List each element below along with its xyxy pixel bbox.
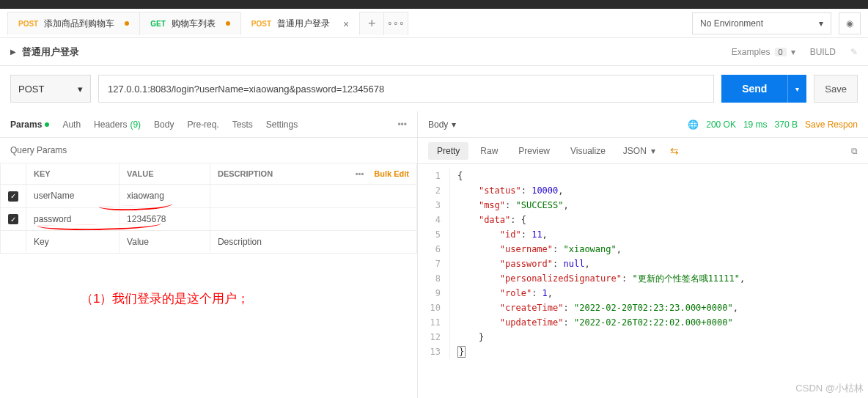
response-code[interactable]: 1{2 "status": 10000,3 "msg": "SUCCESS",4… xyxy=(418,164,868,364)
tab-settings[interactable]: Settings xyxy=(266,119,298,130)
code-line: 11 "updateTime": "2022-02-26T02:22:02.00… xyxy=(418,315,868,330)
tab-tests[interactable]: Tests xyxy=(232,119,253,130)
params-modified-dot xyxy=(45,122,49,127)
checkbox-icon[interactable]: ✓ xyxy=(8,191,18,202)
code-content: } xyxy=(457,344,466,359)
code-content: "role": 1, xyxy=(457,286,553,301)
request-tabs: Params Auth Headers (9) Body Pre-req. Te… xyxy=(0,111,417,138)
code-line: 6 "username": "xiaowang", xyxy=(418,242,868,257)
param-key-placeholder[interactable]: Key xyxy=(26,231,119,254)
param-key[interactable]: userName xyxy=(26,185,119,208)
code-line: 4 "data": { xyxy=(418,213,868,227)
request-pane: Params Auth Headers (9) Body Pre-req. Te… xyxy=(0,111,418,398)
view-visualize[interactable]: Visualize xyxy=(562,142,614,160)
method-badge: POST xyxy=(18,20,38,28)
line-number: 9 xyxy=(418,286,450,301)
annotation-text: （1）我们登录的是这个用户； xyxy=(0,254,417,307)
more-icon[interactable]: ••• xyxy=(397,119,407,130)
response-toolbar: Pretty Raw Preview Visualize JSON ▾ ⇆ ⧉ xyxy=(418,138,868,164)
code-content: "personalizedSignature": "更新的个性签名哦11111"… xyxy=(457,271,745,286)
wrap-lines-icon[interactable]: ⇆ xyxy=(670,145,679,157)
code-content: "username": "xiaowang", xyxy=(457,242,622,257)
line-number: 7 xyxy=(418,257,450,271)
edit-icon[interactable]: ✎ xyxy=(850,47,858,57)
tab-body[interactable]: Body xyxy=(154,119,174,130)
request-tab[interactable]: POST添加商品到购物车 xyxy=(7,12,140,35)
param-desc-placeholder[interactable]: Description xyxy=(210,231,416,254)
code-line: 9 "role": 1, xyxy=(418,286,868,301)
tab-headers[interactable]: Headers (9) xyxy=(94,119,141,130)
preview-environment-button[interactable]: ◉ xyxy=(839,12,861,34)
environment-area: No Environment ▾ ◉ xyxy=(685,9,868,37)
query-params-header: Query Params xyxy=(0,138,417,163)
table-row[interactable]: ✓ userName xiaowang xyxy=(1,185,417,208)
response-pane: Body ▾ 🌐 200 OK 19 ms 370 B Save Respon … xyxy=(418,111,868,398)
chevron-down-icon: ▾ xyxy=(452,119,456,130)
send-button-group: Send ▾ xyxy=(721,75,806,103)
response-time: 19 ms xyxy=(743,119,768,130)
line-number: 8 xyxy=(418,271,450,286)
code-content: } xyxy=(457,330,484,344)
line-number: 12 xyxy=(418,330,450,344)
app-titlebar xyxy=(0,0,868,9)
bulk-edit-link[interactable]: Bulk Edit xyxy=(374,169,409,178)
code-line: 1{ xyxy=(418,169,868,183)
unsaved-dot xyxy=(226,21,230,26)
code-line: 5 "id": 11, xyxy=(418,227,868,242)
method-select[interactable]: POST ▾ xyxy=(10,75,91,103)
code-line: 12 } xyxy=(418,330,868,344)
table-row-new[interactable]: Key Value Description xyxy=(1,231,417,254)
send-dropdown[interactable]: ▾ xyxy=(787,75,806,103)
format-select[interactable]: JSON ▾ xyxy=(617,146,661,156)
examples-count: 0 xyxy=(775,48,787,56)
save-button[interactable]: Save xyxy=(814,75,858,103)
tab-label: 购物车列表 xyxy=(172,18,216,30)
chevron-down-icon: ▾ xyxy=(651,146,655,156)
new-tab-button[interactable]: + xyxy=(359,12,384,35)
request-tab[interactable]: POST普通用户登录× xyxy=(240,12,360,35)
code-line: 13} xyxy=(418,344,868,359)
code-line: 7 "password": null, xyxy=(418,257,868,271)
request-title-row: ▶ 普通用户登录 Examples 0 ▾ BUILD ✎ xyxy=(0,38,868,66)
url-bar-row: POST ▾ Send ▾ Save xyxy=(0,66,868,111)
line-number: 13 xyxy=(418,344,450,359)
code-content: "data": { xyxy=(457,213,526,227)
method-badge: GET xyxy=(150,20,166,28)
param-desc[interactable] xyxy=(210,207,416,231)
tabs-overflow-button[interactable]: ∘∘∘ xyxy=(383,12,408,35)
tab-label: 添加商品到购物车 xyxy=(44,18,114,30)
view-raw[interactable]: Raw xyxy=(471,142,507,160)
param-value-placeholder[interactable]: Value xyxy=(119,231,210,254)
line-number: 4 xyxy=(418,213,450,227)
checkbox-icon[interactable]: ✓ xyxy=(8,214,18,224)
request-tab[interactable]: GET购物车列表 xyxy=(139,12,241,35)
response-body-tab[interactable]: Body ▾ xyxy=(428,119,456,130)
params-table: KEY VALUE DESCRIPTION ••• Bulk Edit ✓ us xyxy=(0,163,417,254)
globe-icon[interactable]: 🌐 xyxy=(688,119,699,130)
header-row: POST添加商品到购物车GET购物车列表POST普通用户登录×+∘∘∘ No E… xyxy=(0,9,868,38)
code-content: "status": 10000, xyxy=(457,183,564,198)
param-desc[interactable] xyxy=(210,185,416,208)
close-icon[interactable]: × xyxy=(343,18,349,30)
more-icon[interactable]: ••• xyxy=(356,169,364,178)
code-content: "id": 11, xyxy=(457,227,548,242)
col-desc: DESCRIPTION ••• Bulk Edit xyxy=(210,163,416,185)
chevron-down-icon: ▾ xyxy=(78,84,83,95)
send-button[interactable]: Send xyxy=(721,75,787,103)
eye-icon: ◉ xyxy=(846,18,853,29)
tab-params[interactable]: Params xyxy=(10,119,49,130)
tab-auth[interactable]: Auth xyxy=(62,119,81,130)
collapse-icon[interactable]: ▶ xyxy=(10,48,16,56)
url-input[interactable] xyxy=(98,75,714,103)
view-pretty[interactable]: Pretty xyxy=(428,142,468,160)
line-number: 5 xyxy=(418,227,450,242)
code-line: 8 "personalizedSignature": "更新的个性签名哦1111… xyxy=(418,271,868,286)
save-response-link[interactable]: Save Respon xyxy=(805,119,858,130)
tab-prereq[interactable]: Pre-req. xyxy=(187,119,218,130)
view-preview[interactable]: Preview xyxy=(510,142,559,160)
copy-icon[interactable]: ⧉ xyxy=(851,146,858,156)
line-number: 3 xyxy=(418,198,450,213)
environment-select[interactable]: No Environment ▾ xyxy=(692,12,831,34)
build-button[interactable]: BUILD xyxy=(810,47,836,57)
examples-button[interactable]: Examples 0 ▾ xyxy=(732,47,795,57)
